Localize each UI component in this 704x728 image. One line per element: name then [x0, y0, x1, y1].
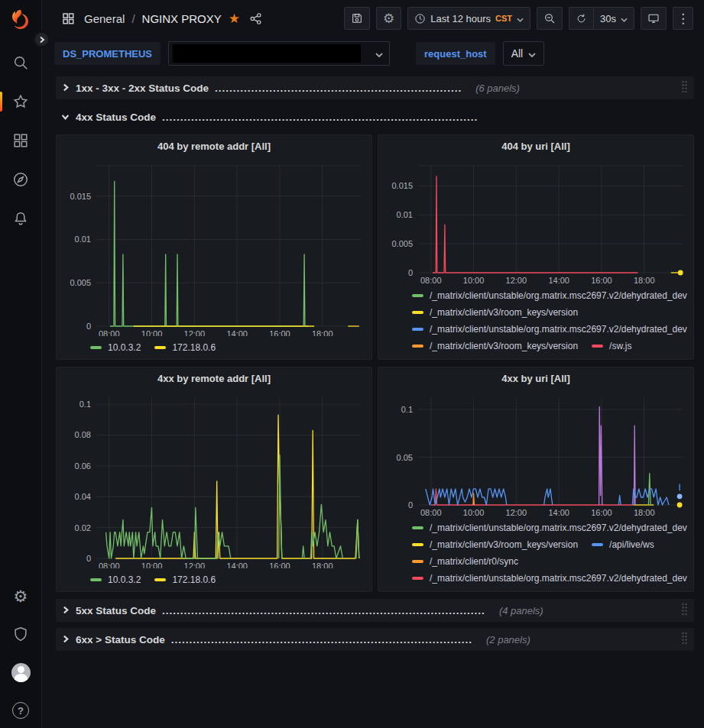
legend-item[interactable]: 172.18.0.6: [154, 571, 216, 588]
row-header-4xx[interactable]: 4xx Status Code ........................…: [56, 105, 694, 128]
legend-item[interactable]: /_matrix/client/unstable/org.matrix.msc2…: [412, 570, 687, 587]
dashboard-settings-button[interactable]: ⚙: [376, 7, 401, 30]
legend-swatch: [412, 311, 423, 314]
sidebar-item-settings[interactable]: ⚙: [0, 586, 41, 606]
sidebar: ⚙ ?: [0, 0, 42, 728]
y-tick-label: 0: [86, 554, 91, 563]
legend-label: /_matrix/client/unstable/org.matrix.msc2…: [430, 573, 687, 584]
datasource-variable-select[interactable]: [168, 41, 390, 66]
row-drag-handle[interactable]: [681, 632, 688, 647]
y-tick-label: 0: [408, 268, 413, 277]
grafana-logo[interactable]: [7, 6, 34, 34]
time-range-picker[interactable]: Last 12 hours CST: [407, 7, 530, 30]
dashboard-toolbar: ⚙ Last 12 hours CST: [344, 7, 693, 30]
legend-swatch: [412, 294, 423, 297]
x-tick-label: 12:00: [184, 561, 206, 568]
sidebar-item-search[interactable]: [0, 53, 41, 73]
apps-grid-icon[interactable]: [59, 9, 77, 28]
legend-item[interactable]: /_matrix/client/v3/room_keys/version: [412, 536, 578, 553]
panel-title[interactable]: 4xx by uri [All]: [384, 367, 687, 390]
share-icon[interactable]: [247, 10, 264, 28]
y-tick-label: 0: [408, 500, 413, 510]
legend-item[interactable]: 10.0.3.2: [90, 571, 141, 588]
row-header-1xx-3xx-2xx[interactable]: 1xx - 3xx - 2xx Status Code ............…: [56, 76, 694, 99]
legend-swatch: [592, 345, 603, 348]
more-options-button[interactable]: ⋮: [673, 7, 693, 30]
series-line: [302, 546, 304, 558]
panel-legend: /_matrix/client/unstable/org.matrix.msc2…: [384, 518, 687, 587]
row-header-5xx[interactable]: 5xx Status Code ........................…: [56, 599, 694, 622]
timeseries-chart[interactable]: 08:0010:0012:0014:0016:0018:0000.0050.01…: [384, 158, 689, 286]
y-tick-label: 0.1: [401, 405, 413, 414]
panel-title[interactable]: 404 by remote addr [All]: [63, 135, 365, 158]
panel-title[interactable]: 404 by uri [All]: [384, 135, 687, 158]
row-title: 1xx - 3xx - 2xx Status Code: [76, 83, 209, 94]
row-title: 5xx Status Code: [76, 605, 156, 616]
request-host-variable-label[interactable]: request_host: [416, 42, 495, 65]
chevron-down-icon: [375, 48, 383, 60]
x-tick-label: 18:00: [312, 561, 333, 568]
refresh-button[interactable]: [569, 7, 593, 30]
legend-item[interactable]: 172.18.0.6: [154, 339, 216, 356]
chevron-right-icon: [61, 605, 70, 616]
x-tick-label: 12:00: [506, 276, 527, 285]
legend-item[interactable]: /_matrix/client/unstable/org.matrix.msc2…: [412, 519, 687, 536]
y-tick-label: 0.08: [75, 430, 91, 439]
x-tick-label: 08:00: [99, 329, 120, 336]
x-tick-label: 10:00: [141, 329, 163, 336]
refresh-icon: [576, 13, 587, 24]
legend-item[interactable]: /_matrix/client/r0/sync: [412, 553, 518, 570]
series-line: [544, 489, 553, 505]
panel-404-by-remote-addr: 404 by remote addr [All] 08:0010:0012:00…: [56, 134, 372, 360]
tv-mode-button[interactable]: [641, 7, 667, 30]
row-drag-handle[interactable]: [681, 80, 688, 95]
x-tick-label: 18:00: [312, 329, 333, 336]
favorite-star-icon[interactable]: ★: [229, 12, 240, 25]
save-dashboard-button[interactable]: [344, 7, 370, 30]
legend-swatch: [154, 578, 166, 581]
sidebar-item-dashboards[interactable]: [0, 131, 41, 150]
breadcrumb: General / NGINX PROXY ★: [59, 9, 264, 28]
sidebar-item-starred[interactable]: [0, 92, 41, 112]
sidebar-expand-button[interactable]: [33, 31, 50, 48]
row-panel-count: (6 panels): [475, 83, 520, 94]
timeseries-chart[interactable]: 08:0010:0012:0014:0016:0018:0000.050.1: [384, 390, 689, 518]
legend-swatch: [412, 345, 423, 348]
star-icon: [12, 93, 29, 110]
timeseries-chart[interactable]: 08:0010:0012:0014:0016:0018:0000.020.040…: [63, 390, 367, 568]
row-header-6xx[interactable]: 6xx > Status Code ......................…: [56, 628, 694, 651]
legend-item[interactable]: /_matrix/client/unstable/org.matrix.msc2…: [412, 321, 687, 338]
legend-item[interactable]: /_matrix/client/v3/room_keys/version: [412, 304, 578, 321]
dashboards-grid-icon: [12, 132, 29, 149]
legend-item[interactable]: /_matrix/client/unstable/org.matrix.msc2…: [412, 287, 687, 304]
series-line: [426, 489, 507, 505]
save-icon: [351, 12, 363, 24]
breadcrumb-folder[interactable]: General: [84, 12, 125, 25]
refresh-interval-picker[interactable]: 30s: [593, 7, 634, 30]
sidebar-item-profile[interactable]: [0, 662, 41, 682]
clock-icon: [414, 13, 426, 24]
datasource-value-redacted: [173, 44, 361, 63]
legend-item[interactable]: 10.0.3.2: [90, 339, 141, 356]
legend-label: /_matrix/client/unstable/org.matrix.msc2…: [430, 324, 687, 335]
y-tick-label: 0.1: [79, 400, 91, 409]
legend-item[interactable]: /sw.js: [592, 338, 631, 354]
timezone-badge: CST: [495, 14, 512, 23]
legend-item[interactable]: /api/live/ws: [592, 536, 654, 553]
time-range-label: Last 12 hours: [430, 13, 491, 24]
timeseries-chart[interactable]: 08:0010:0012:0014:0016:0018:0000.0050.01…: [63, 158, 367, 336]
sidebar-item-server-admin[interactable]: [0, 624, 41, 644]
sidebar-item-alerting[interactable]: [0, 209, 41, 228]
breadcrumb-dashboard-title[interactable]: NGINX PROXY: [142, 12, 222, 25]
legend-item[interactable]: /_matrix/client/v3/room_keys/version: [412, 338, 578, 354]
panel-legend: 10.0.3.2172.18.0.6: [63, 568, 365, 588]
datasource-variable-label[interactable]: DS_PROMETHEUS: [54, 42, 161, 65]
sidebar-item-explore[interactable]: [0, 170, 41, 189]
chevron-down-icon: [528, 47, 536, 60]
row-drag-handle[interactable]: [681, 603, 688, 618]
request-host-variable-select[interactable]: All: [503, 41, 545, 66]
row-leader-dots: ........................................…: [162, 605, 485, 616]
sidebar-item-help[interactable]: ?: [0, 700, 41, 720]
zoom-out-time-button[interactable]: [537, 7, 563, 30]
panel-title[interactable]: 4xx by remote addr [All]: [63, 367, 365, 390]
